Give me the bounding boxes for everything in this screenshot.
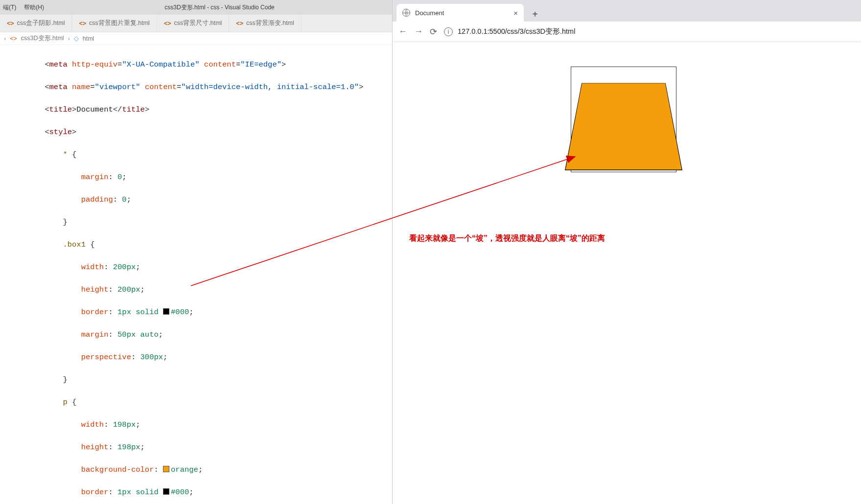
reload-icon[interactable]: ⟳ bbox=[430, 26, 437, 37]
demo-box-plate bbox=[565, 83, 682, 170]
tab-label: css背景渐变.html bbox=[246, 19, 294, 27]
html-file-icon: <> bbox=[164, 20, 171, 27]
html-file-icon: <> bbox=[79, 20, 86, 27]
color-swatch-black bbox=[163, 488, 169, 495]
color-swatch-black bbox=[163, 308, 169, 315]
url-text: 127.0.0.1:5500/css/3/css3D变形.html bbox=[458, 27, 575, 36]
forward-icon[interactable]: → bbox=[414, 26, 423, 37]
symbol-icon: ◇ bbox=[74, 35, 79, 42]
chevron-right-icon: › bbox=[4, 35, 6, 42]
browser-toolbar: ← → ⟳ i 127.0.0.1:5500/css/3/css3D变形.htm… bbox=[393, 22, 861, 42]
page-viewport: 看起来就像是一个“坡”，透视强度就是人眼离“坡”的距离 bbox=[393, 42, 861, 504]
menu-help[interactable]: 帮助(H) bbox=[24, 3, 44, 12]
address-bar[interactable]: i 127.0.0.1:5500/css/3/css3D变形.html bbox=[444, 27, 855, 36]
chevron-right-icon: › bbox=[68, 35, 70, 42]
site-info-icon[interactable]: i bbox=[444, 27, 453, 36]
tab-1[interactable]: <>css背景图片重复.html bbox=[72, 15, 157, 32]
tab-label: css盒子阴影.html bbox=[17, 19, 65, 27]
color-swatch-orange bbox=[163, 466, 169, 472]
breadcrumb-symbol: html bbox=[83, 35, 94, 42]
new-tab-button[interactable]: + bbox=[528, 7, 542, 22]
tab-label: css背景图片重复.html bbox=[89, 19, 150, 27]
breadcrumb[interactable]: › <> css3D变形.html › ◇ html bbox=[0, 32, 392, 45]
close-icon[interactable]: × bbox=[513, 9, 518, 17]
tab-3[interactable]: <>css背景渐变.html bbox=[229, 15, 301, 32]
html-file-icon: <> bbox=[10, 35, 17, 42]
back-icon[interactable]: ← bbox=[398, 26, 407, 37]
tab-label: css背景尺寸.html bbox=[174, 19, 222, 27]
browser-tab-title: Document bbox=[415, 9, 444, 17]
tab-0[interactable]: <>css盒子阴影.html bbox=[0, 15, 72, 32]
browser-window: Document × + ← → ⟳ i 127.0.0.1:5500/css/… bbox=[393, 0, 861, 504]
browser-tab-active[interactable]: Document × bbox=[396, 4, 524, 22]
code-editor[interactable]: <meta http-equiv="X-UA-Compatible" conte… bbox=[0, 45, 392, 504]
menu-terminal[interactable]: 端(T) bbox=[3, 3, 16, 12]
vscode-window: 端(T) 帮助(H) css3D变形.html - css - Visual S… bbox=[0, 0, 393, 504]
gutter bbox=[0, 45, 23, 504]
annotation-text: 看起来就像是一个“坡”，透视强度就是人眼离“坡”的距离 bbox=[409, 232, 841, 245]
tab-2[interactable]: <>css背景尺寸.html bbox=[157, 15, 229, 32]
vscode-titlebar: 端(T) 帮助(H) css3D变形.html - css - Visual S… bbox=[0, 0, 392, 15]
browser-tabs: Document × + bbox=[393, 0, 861, 22]
globe-icon bbox=[402, 9, 410, 17]
html-file-icon: <> bbox=[7, 20, 14, 27]
editor-tabs: <>css盒子阴影.html <>css背景图片重复.html <>css背景尺… bbox=[0, 15, 392, 32]
window-title: css3D变形.html - css - Visual Studio Code bbox=[50, 3, 389, 12]
html-file-icon: <> bbox=[236, 20, 243, 27]
breadcrumb-file: css3D变形.html bbox=[21, 34, 64, 43]
code-body[interactable]: <meta http-equiv="X-UA-Compatible" conte… bbox=[23, 45, 392, 504]
demo-box-outer bbox=[571, 67, 676, 172]
